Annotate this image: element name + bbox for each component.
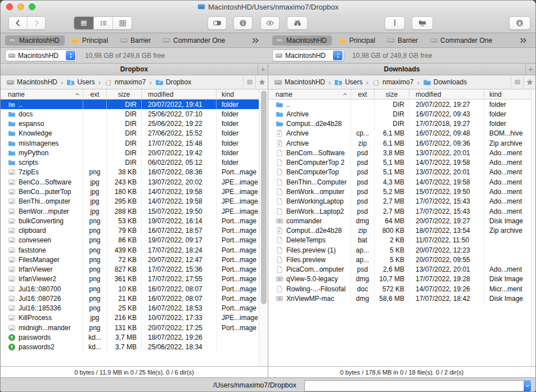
forward-button[interactable] — [27, 17, 45, 29]
zoom-button[interactable] — [29, 3, 35, 10]
table-row[interactable]: qView-5.0-legacydmg10,7 MB17/07/2022, 19… — [268, 274, 531, 284]
table-row[interactable]: BenComputerTop 2psd5,1 MB14/07/2022, 19:… — [268, 158, 531, 168]
table-row[interactable]: myPythonDIR20/07/2022, 19:42folder — [1, 148, 259, 157]
list-view-button[interactable] — [74, 17, 93, 29]
table-row[interactable]: Archivecp...6,1 MB16/07/2022, 09:48BOM..… — [268, 129, 531, 138]
table-row[interactable]: Files.preview (1)ap...5 KB20/07/2022, 12… — [268, 245, 531, 255]
table-row[interactable]: Archivezip6,1 MB16/07/2022, 09:36Zip arc… — [268, 138, 531, 148]
detail-view-button[interactable] — [93, 17, 112, 29]
table-row[interactable]: commanderdmg64 MB20/07/2022, 19:27Disk I… — [268, 216, 531, 226]
table-row[interactable]: misImagenesDIR17/07/2022, 15:48folder — [1, 138, 259, 148]
table-row[interactable]: midnigh...manderpng131 KB20/07/2022, 17:… — [1, 323, 259, 332]
table-row[interactable]: conveseenpng86 KB19/07/2022, 09:17Port..… — [1, 236, 259, 245]
tab-overflow-button[interactable] — [251, 36, 260, 45]
column-header-name[interactable]: name — [1, 89, 83, 99]
table-row[interactable]: KillProcessjpg216 KB10/07/2022, 17:33JPE… — [1, 313, 259, 323]
command-history-dropdown[interactable] — [524, 380, 531, 391]
tab-principal[interactable]: Principal — [68, 35, 113, 46]
favorites-button[interactable] — [255, 75, 268, 89]
table-row[interactable]: scriptsDIR06/02/2022, 05:12folder — [1, 158, 259, 168]
add-tab-button[interactable] — [258, 64, 268, 75]
scrollbar-right[interactable] — [531, 89, 535, 366]
close-button[interactable] — [6, 3, 13, 10]
path-menu-button[interactable] — [243, 75, 255, 89]
table-row[interactable]: BenThin...Computerpsd4,3 MB14/07/2022, 1… — [268, 177, 531, 187]
drive-dropdown-right[interactable]: MacintoshHD — [272, 49, 344, 61]
archive-button[interactable] — [385, 16, 405, 30]
table-row[interactable]: BenWor...mputerjpg288 KB15/07/2022, 19:5… — [1, 206, 259, 216]
column-header-ext[interactable]: ext — [350, 89, 374, 99]
table-row[interactable]: 7zipEspng38 KB16/07/2022, 08:36Port...ma… — [1, 168, 259, 177]
table-row[interactable]: Jul16::185336png25 KB16/07/2022, 18:53Po… — [1, 304, 259, 313]
table-row[interactable]: espansoDIR25/06/2022, 19:22folder — [1, 119, 259, 129]
network-button[interactable] — [412, 16, 433, 30]
table-row[interactable]: XnViewMP-macdmg58,6 MB17/07/2022, 18:42D… — [268, 294, 531, 303]
table-row[interactable]: ..DIR20/07/2022, 19:27folder — [268, 100, 531, 109]
table-row[interactable]: Comput...d2e4b28zip800 KB18/07/2022, 13:… — [268, 226, 531, 235]
table-row[interactable]: ..DIR20/07/2022, 19:41folder — [1, 100, 259, 109]
table-row[interactable]: clipboardpng79 KB16/07/2022, 18:57Port..… — [1, 226, 259, 235]
table-row[interactable]: DeleteTempsbat2 KB11/07/2022, 11:50 — [268, 236, 531, 245]
path-menu-button[interactable] — [511, 75, 523, 89]
search-button[interactable] — [287, 16, 308, 30]
breadcrumb-item-nmaximo7[interactable]: nmaximo7 — [372, 78, 413, 87]
table-row[interactable]: Files.previewap...5 KB20/07/2022, 09:55 — [268, 255, 531, 264]
tab-macintoshhd[interactable]: MacintoshHD — [272, 35, 332, 46]
table-row[interactable]: Jul16::080726png21 KB16/07/2022, 08:07Po… — [1, 294, 259, 303]
command-input[interactable] — [304, 380, 524, 391]
table-row[interactable]: docsDIR25/06/2022, 07:10folder — [1, 109, 259, 119]
table-row[interactable]: FilesManagerpng72 KB20/07/2022, 12:47Por… — [1, 255, 259, 264]
table-row[interactable]: Jul16::080700png10 KB16/07/2022, 08:07Po… — [1, 284, 259, 294]
table-row[interactable]: BenWorkingLaptoppsd2,7 MB17/07/2022, 15:… — [268, 197, 531, 206]
table-row[interactable]: passwordskd...3,7 MB18/07/2022, 19:26 — [1, 332, 259, 342]
breadcrumb-item-users[interactable]: Users — [66, 78, 94, 87]
column-header-ext[interactable]: ext — [83, 89, 106, 99]
tab-overflow-button[interactable] — [519, 36, 528, 45]
preview-button[interactable] — [260, 16, 280, 30]
table-row[interactable]: BenCo...puterTopjpg180 KB14/07/2022, 19:… — [1, 187, 259, 196]
table-row[interactable]: BenCom...Softwarepsd3,8 MB13/07/2022, 20… — [268, 148, 531, 157]
tab-principal[interactable]: Principal — [335, 35, 380, 46]
column-header-name[interactable]: name — [268, 89, 350, 99]
column-header-kind[interactable]: kind — [216, 89, 259, 99]
column-header-modified[interactable]: modified — [141, 89, 216, 99]
breadcrumb-item-users[interactable]: Users — [334, 78, 362, 87]
table-row[interactable]: Rowling-...-Filosofaldoc572 KB14/07/2022… — [268, 284, 531, 294]
scrollbar-left[interactable] — [259, 89, 268, 366]
breadcrumb-item-nmaximo7[interactable]: nmaximo7 — [104, 78, 146, 87]
drive-dropdown-left[interactable]: MacintoshHD — [5, 49, 77, 61]
table-row[interactable]: KnowledgeDIR27/06/2022, 15:52folder — [1, 129, 259, 138]
info-button[interactable] — [233, 16, 253, 30]
table-row[interactable]: IrfanViewerpng827 KB17/07/2022, 15:36Por… — [1, 265, 259, 274]
table-row[interactable]: ArchiveDIR16/07/2022, 09:43folder — [268, 109, 531, 119]
table-row[interactable]: Comput...d2e4b28DIR17/07/2018, 19:27fold… — [268, 119, 531, 129]
table-row[interactable]: BenComputerToppsd5,1 MB13/07/2022, 20:01… — [268, 168, 531, 177]
table-row[interactable]: bulkConvertingpng53 KB19/07/2022, 16:14P… — [1, 216, 259, 226]
table-row[interactable]: faststonepng439 KB17/07/2022, 18:24Port.… — [1, 245, 259, 255]
column-header-size[interactable]: size — [106, 89, 141, 99]
tab-barrier[interactable]: Barrier — [384, 35, 423, 46]
tab-macintoshhd[interactable]: MacintoshHD — [5, 35, 65, 46]
back-button[interactable] — [9, 17, 27, 29]
hidden-files-toggle-button[interactable] — [208, 16, 227, 30]
table-row[interactable]: BenWork...omputerpsd5,2 MB15/07/2022, 19… — [268, 187, 531, 196]
tab-barrier[interactable]: Barrier — [116, 35, 156, 46]
breadcrumb-item-macintoshhd[interactable]: MacintoshHD — [274, 78, 325, 87]
column-header-modified[interactable]: modified — [409, 89, 484, 99]
tab-commander-one[interactable]: Commander One — [159, 35, 230, 46]
column-header-kind[interactable]: kind — [484, 89, 531, 99]
table-row[interactable]: BenThi...omputerjpg295 KB14/07/2022, 19:… — [1, 197, 259, 206]
scrollbar-thumb[interactable] — [261, 91, 267, 304]
breadcrumb-item-dropbox[interactable]: Dropbox — [155, 78, 191, 87]
downloads-button[interactable] — [509, 16, 530, 30]
table-row[interactable]: PicaCom...omputerpsd2,6 MB13/07/2022, 20… — [268, 265, 531, 274]
table-row[interactable]: BenCo...Softwarejpg243 KB13/07/2022, 20:… — [1, 177, 259, 187]
minimize-button[interactable] — [17, 3, 24, 10]
table-row[interactable]: BenWork...Laptop2psd2,7 MB17/07/2022, 15… — [268, 206, 531, 216]
add-tab-button[interactable] — [525, 64, 535, 75]
grid-view-button[interactable] — [112, 17, 132, 29]
table-row[interactable]: IrfanViewer2png361 KB17/07/2022, 17:55Po… — [1, 274, 259, 284]
breadcrumb-item-macintoshhd[interactable]: MacintoshHD — [6, 78, 57, 87]
table-row[interactable]: passwords2kd...3,7 MB25/06/2022, 18:34 — [1, 343, 259, 352]
favorites-button[interactable] — [523, 75, 535, 89]
